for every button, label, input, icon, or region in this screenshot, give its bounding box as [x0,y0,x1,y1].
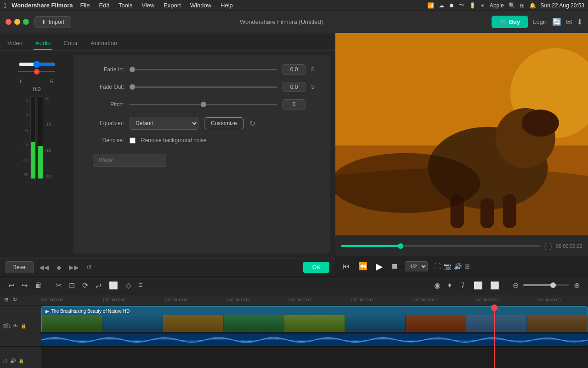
waveform-svg [41,334,588,346]
r-label: R [50,79,54,84]
ruler-mark-4: 00:00:20:00 [289,298,351,302]
volume-slider[interactable] [18,60,55,69]
close-button[interactable] [6,19,11,25]
clip-title: The Breathtaking Beauty of Nature HD [51,309,130,314]
volume-knob[interactable] [34,69,40,75]
step-back-button[interactable]: ⏮ [341,260,352,272]
audio-lock-toggle[interactable]: 🔒 [18,358,24,364]
control-center-icon[interactable]: ⊞ [520,2,525,9]
fade-in-value[interactable] [283,64,305,75]
fade-in-slider[interactable] [130,69,277,70]
tab-video[interactable]: Video [6,37,24,50]
tab-color[interactable]: Color [62,37,79,50]
delete-button[interactable]: 🗑 [32,279,45,291]
apple-menu-icon[interactable]:  [4,2,6,9]
skip-btn[interactable]: ▶▶ [67,263,81,272]
import-button[interactable]: ⬇ Import [34,16,71,28]
add-track-button[interactable]: ⊞ [3,296,10,303]
menu-export[interactable]: Export [160,1,185,10]
mic-button[interactable]: 🎙 [456,279,469,291]
equalizer-select[interactable]: Default [130,117,198,130]
stop-button[interactable]: ⏹ [389,260,400,272]
airdrop-icon: 〜 [459,1,464,9]
playback-controls: ⏮ ⏪ ▶ ⏹ 1/2 ⛶ 📷 🔊 ⊞ [335,256,588,276]
resize-icon[interactable]: ⊞ [464,263,470,270]
minimize-button[interactable] [14,19,20,25]
ok-button[interactable]: OK [303,262,329,273]
svg-point-6 [521,109,559,137]
pitch-value[interactable] [283,99,305,109]
menu-window[interactable]: Window [187,1,215,10]
menu-help[interactable]: Help [217,1,237,10]
time-display: 00:00:36:22 [556,243,582,249]
ai-button[interactable]: ◉ [431,279,443,292]
loop-button[interactable]: ↻ [11,296,18,303]
redo-btn[interactable]: ↺ [85,263,94,272]
diamond-btn[interactable]: ◆ [55,263,63,272]
progress-thumb[interactable] [398,243,403,249]
titlebar: ⬇ Import Wondershare Filmora (Untitled) … [0,11,588,33]
zoom-thumb[interactable] [550,282,556,288]
eye-toggle[interactable]: 👁 [13,323,18,329]
customize-button[interactable]: Customize [204,117,244,129]
pitch-row: Pitch: [87,99,317,109]
pitch-slider[interactable] [130,104,277,105]
reset-eq-button[interactable]: ↻ [249,119,255,128]
mask2-button[interactable]: ♦ [445,279,454,291]
ruler-mark-8: 00:00:40:00 [537,298,588,302]
tab-animation[interactable]: Animation [89,37,119,50]
video-track-header: 🎬1 👁 🔒 [0,305,41,346]
transform-button[interactable]: ⬜ [106,279,121,292]
record-btn[interactable]: ⬜ [487,279,502,292]
frame-back-button[interactable]: ⏪ [356,260,369,272]
speed-select[interactable]: 1/2 [405,261,428,271]
denoise-checkbox[interactable] [130,138,136,144]
play-button[interactable]: ▶ [374,259,384,274]
tabs: Video Audio Color Animation [0,33,335,51]
clip-thumbnails [42,315,588,332]
zoom-out-button[interactable]: ⊖ [510,279,521,292]
audio-waveform-strip [41,334,588,346]
screen-btn[interactable]: ⬜ [471,279,486,292]
maximize-button[interactable] [23,19,29,25]
search-icon[interactable]: 🔍 [509,2,515,9]
bracket-start: { [544,242,547,250]
fade-out-slider[interactable] [130,86,277,88]
notification-icon[interactable]: 🔔 [529,2,536,9]
login-button[interactable]: Login [533,18,548,25]
progress-bar[interactable] [341,245,541,247]
zoom-in-button[interactable]: ⊕ [571,279,582,292]
video-track-content: ▶ The Breathtaking Beauty of Nature HD [41,305,588,347]
volume-value: 0.0 [33,86,41,92]
menu-tools[interactable]: Tools [115,1,136,10]
video-clip[interactable]: ▶ The Breathtaking Beauty of Nature HD [41,306,588,332]
weak-input[interactable] [93,155,166,167]
reset-button[interactable]: Reset [6,261,34,273]
thumb-4 [224,315,284,332]
menu-edit[interactable]: Edit [95,1,113,10]
clip-label: ▶ The Breathtaking Beauty of Nature HD [45,309,130,314]
thumb-8 [466,315,527,332]
mask-button[interactable]: ◇ [123,279,134,292]
thumb-6 [345,315,406,332]
undo-icon-btn[interactable]: ◀◀ [37,263,51,272]
more-tools-button[interactable]: ≡ [136,279,145,291]
flip-button[interactable]: ⇄ [93,279,104,292]
lock-toggle[interactable]: 🔒 [20,323,27,329]
fade-in-unit: S [311,66,317,73]
menu-file[interactable]: File [77,1,94,10]
fade-out-value[interactable] [283,82,305,92]
redo-button[interactable]: ↪ [19,279,30,292]
cut-button[interactable]: ✂ [53,279,64,292]
snapshot-icon[interactable]: 📷 [443,263,451,270]
volume-preview-icon[interactable]: 🔊 [454,263,462,270]
undo-button[interactable]: ↩ [6,279,17,292]
menu-view[interactable]: View [138,1,158,10]
rotate-button[interactable]: ⟳ [79,279,91,292]
tab-audio[interactable]: Audio [34,37,52,50]
zoom-slider[interactable] [523,284,569,286]
crop-button[interactable]: ⊡ [66,279,78,292]
audio-mute-toggle[interactable]: 🔊 [10,358,16,364]
buy-button[interactable]: 🛒 Buy [492,16,528,28]
fullscreen-icon[interactable]: ⛶ [434,263,441,270]
